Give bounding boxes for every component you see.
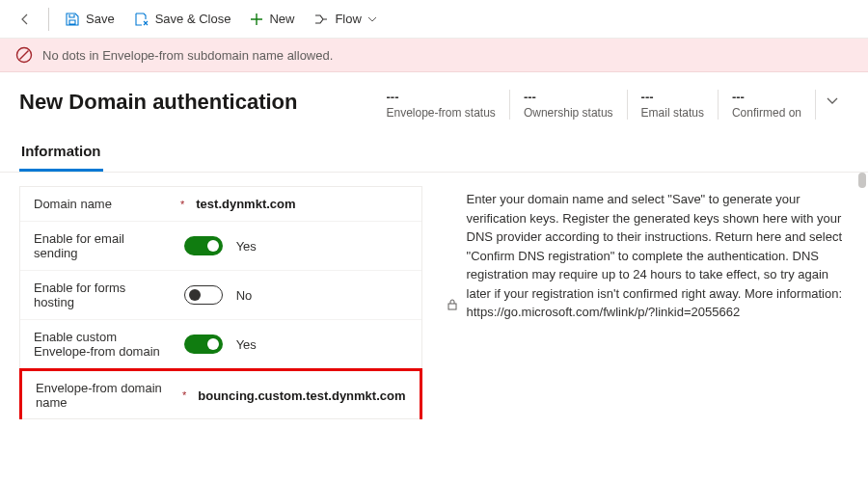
tab-bar: Information [0, 135, 868, 173]
flow-icon [313, 12, 329, 27]
toggle-forms-hosting[interactable] [184, 285, 223, 305]
label-domain-name: Domain name [34, 197, 169, 211]
required-marker: * [178, 389, 190, 401]
divider [48, 8, 49, 31]
label-email-sending: Enable for email sending [34, 231, 169, 260]
field-domain-name[interactable]: Domain name * test.dynmkt.com [20, 187, 421, 222]
save-close-label: Save & Close [155, 12, 231, 26]
status-ownership: --- Ownership status [510, 90, 628, 120]
toggle-custom-envelope-state: Yes [236, 337, 257, 352]
save-close-icon [134, 12, 149, 27]
field-forms-hosting: Enable for forms hosting No [20, 271, 421, 320]
toggle-forms-hosting-state: No [236, 288, 253, 303]
toggle-email-sending-state: Yes [236, 239, 257, 254]
label-custom-envelope: Enable custom Envelope-from domain [34, 330, 169, 359]
command-bar: Save Save & Close New Flow [0, 0, 868, 39]
status-summary: --- Envelope-from status --- Ownership s… [372, 90, 849, 120]
error-icon [15, 46, 33, 64]
save-close-button[interactable]: Save & Close [126, 8, 239, 31]
toggle-email-sending[interactable] [184, 236, 223, 255]
label-forms-hosting: Enable for forms hosting [34, 281, 169, 309]
tab-information[interactable]: Information [19, 135, 103, 172]
info-panel: Enter your domain name and select "Save"… [446, 186, 849, 419]
field-email-sending: Enable for email sending Yes [20, 222, 421, 271]
info-text: Enter your domain name and select "Save"… [467, 190, 849, 419]
svg-rect-2 [448, 304, 456, 309]
form-panel: Domain name * test.dynmkt.com Enable for… [19, 186, 422, 419]
save-label: Save [86, 12, 115, 26]
required-marker: * [176, 199, 188, 210]
status-email: --- Email status [628, 90, 719, 120]
scrollbar[interactable] [858, 173, 866, 188]
label-envelope-name: Envelope-from domain name [36, 381, 171, 410]
page-title: New Domain authentication [19, 90, 297, 115]
chevron-down-icon [367, 14, 377, 24]
flow-button[interactable]: Flow [306, 8, 384, 31]
svg-line-1 [20, 51, 29, 60]
lock-icon [446, 190, 459, 419]
error-message: No dots in Envelope-from subdomain name … [42, 48, 333, 63]
content-area: Domain name * test.dynmkt.com Enable for… [0, 173, 868, 433]
status-envelope: --- Envelope-from status [372, 90, 509, 120]
value-envelope-name: bouncing.custom.test.dynmkt.com [198, 388, 405, 403]
new-button[interactable]: New [242, 8, 302, 30]
new-label: New [269, 12, 294, 26]
flow-label: Flow [335, 12, 361, 26]
error-banner: No dots in Envelope-from subdomain name … [0, 39, 868, 72]
back-button[interactable] [10, 8, 41, 31]
status-confirmed: --- Confirmed on [719, 90, 816, 120]
chevron-down-icon [826, 94, 839, 107]
toggle-custom-envelope[interactable] [184, 335, 223, 354]
field-custom-envelope: Enable custom Envelope-from domain Yes [20, 320, 421, 369]
page-header: New Domain authentication --- Envelope-f… [0, 72, 868, 129]
expand-status-button[interactable] [816, 90, 849, 114]
back-arrow-icon [17, 12, 33, 27]
save-icon [65, 12, 80, 27]
field-envelope-name[interactable]: Envelope-from domain name * bouncing.cus… [19, 368, 422, 419]
value-domain-name: test.dynmkt.com [196, 197, 295, 211]
plus-icon [250, 13, 263, 26]
save-button[interactable]: Save [57, 8, 122, 31]
